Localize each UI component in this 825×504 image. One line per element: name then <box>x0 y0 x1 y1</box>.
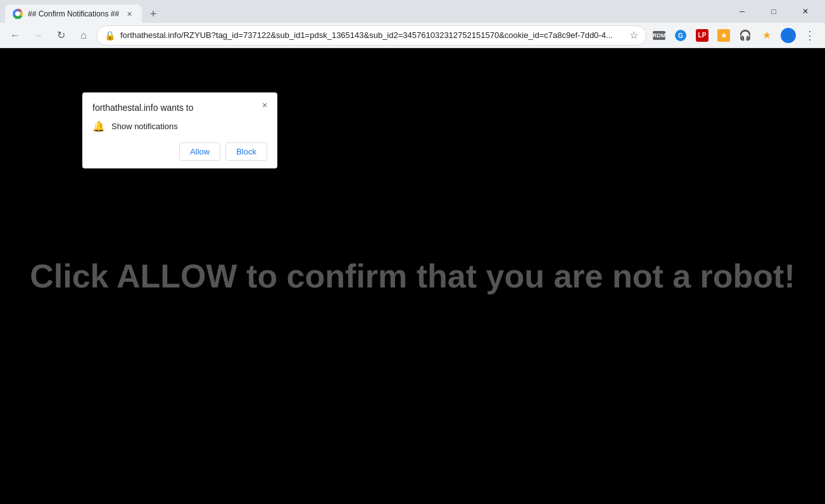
toolbar-icons: RDM G LP ★ <box>649 25 820 46</box>
extension-icon-orange[interactable]: ★ <box>714 25 734 46</box>
tab-close-button[interactable]: ✕ <box>124 9 134 19</box>
new-tab-button[interactable]: + <box>144 5 162 23</box>
page-headline: Click ALLOW to confirm that you are not … <box>30 257 795 295</box>
title-bar: ## Confirm Notifications ## ✕ + ─ □ ✕ <box>0 0 825 23</box>
rdm-extension-icon[interactable]: RDM <box>649 25 669 46</box>
active-tab[interactable]: ## Confirm Notifications ## ✕ <box>5 4 142 23</box>
github-extension-icon[interactable]: G <box>671 25 691 46</box>
address-bar[interactable]: 🔒 forthathestal.info/RZYUB?tag_id=737122… <box>96 25 646 46</box>
close-button[interactable]: ✕ <box>791 1 820 22</box>
tab-strip: ## Confirm Notifications ## ✕ + <box>5 0 727 23</box>
headphones-icon[interactable]: 🎧 <box>735 25 755 46</box>
permission-label: Show notifications <box>111 122 178 131</box>
popup-permission-row: 🔔 Show notifications <box>92 120 267 132</box>
popup-actions: Allow Block <box>92 142 267 161</box>
browser-frame: ## Confirm Notifications ## ✕ + ─ □ ✕ ← … <box>0 0 825 504</box>
reload-button[interactable]: ↻ <box>51 25 71 46</box>
back-button[interactable]: ← <box>5 25 25 46</box>
profile-avatar-icon[interactable]: 👤 <box>778 25 798 46</box>
lastpass-extension-icon[interactable]: LP <box>692 25 712 46</box>
chrome-menu-button[interactable]: ⋮ <box>800 25 820 46</box>
address-text: forthathestal.info/RZYUB?tag_id=737122&s… <box>120 30 624 40</box>
tab-title: ## Confirm Notifications ## <box>28 9 119 18</box>
tab-favicon <box>13 9 23 19</box>
home-button[interactable]: ⌂ <box>73 25 94 46</box>
window-controls: ─ □ ✕ <box>727 1 820 22</box>
svg-text:G: G <box>678 32 683 39</box>
extensions-star-icon[interactable]: ★ <box>757 25 777 46</box>
minimize-button[interactable]: ─ <box>727 1 757 22</box>
notification-permission-popup: × forthathestal.info wants to 🔔 Show not… <box>82 92 277 168</box>
bookmark-star-icon[interactable]: ☆ <box>629 29 638 41</box>
page-content: × forthathestal.info wants to 🔔 Show not… <box>0 48 825 504</box>
lock-icon: 🔒 <box>104 30 115 41</box>
bell-icon: 🔔 <box>92 120 105 132</box>
popup-site-text: forthathestal.info wants to <box>92 103 267 113</box>
navigation-bar: ← → ↻ ⌂ 🔒 forthathestal.info/RZYUB?tag_i… <box>0 23 825 48</box>
block-button[interactable]: Block <box>225 142 267 161</box>
allow-button[interactable]: Allow <box>179 142 220 161</box>
maximize-button[interactable]: □ <box>759 1 788 22</box>
popup-close-button[interactable]: × <box>257 98 272 113</box>
forward-button[interactable]: → <box>28 25 48 46</box>
